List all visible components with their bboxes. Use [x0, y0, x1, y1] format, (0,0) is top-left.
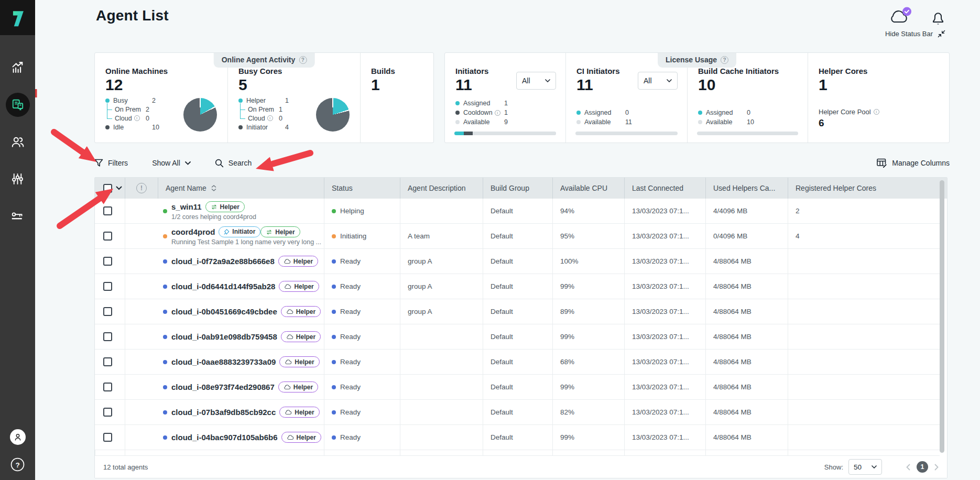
cloud-status-icon[interactable] [888, 6, 913, 26]
chevron-down-icon[interactable] [116, 186, 122, 190]
sidebar-item-settings[interactable] [0, 160, 35, 198]
show-all-dropdown[interactable]: Show All [152, 159, 191, 167]
initiator-initiator-badge: Initiator [219, 226, 260, 237]
initiators-filter-select[interactable]: All [516, 72, 556, 90]
ci-initiators-filter-select[interactable]: All [638, 72, 678, 90]
alerts-column-header[interactable]: ! [125, 178, 158, 199]
online-agent-activity-panel: Online Agent Activity ? Online Machines … [94, 52, 434, 143]
row-checkbox[interactable] [103, 383, 112, 391]
sidebar-item-analytics[interactable] [0, 49, 35, 86]
cell-registered-cores [788, 299, 940, 324]
sidebar-item-licenses[interactable] [0, 198, 35, 235]
row-checkbox[interactable] [103, 332, 112, 341]
chevron-down-icon [872, 465, 877, 468]
legend-row: On Prem 1 [240, 105, 316, 114]
hide-status-bar-button[interactable]: Hide Status Bar [885, 30, 945, 38]
cloud-icon [284, 259, 291, 264]
cloud-helper-badge: Helper [279, 407, 319, 418]
cell-build-group: Default [483, 249, 552, 274]
cloud-icon [286, 309, 293, 314]
table-row[interactable]: cloud_i-04bac907d105ab6b6 Helper Ready D… [95, 425, 940, 450]
search-icon [215, 159, 224, 168]
user-avatar[interactable] [10, 429, 26, 445]
select-all-checkbox[interactable] [103, 184, 112, 193]
cloud-helper-badge: Helper [281, 432, 321, 443]
table-row[interactable]: cloud_i-0aae8883239733a09 Helper Ready D… [95, 350, 940, 375]
section-title: Build Cache Initiators [698, 67, 797, 75]
vertical-scrollbar[interactable] [940, 180, 944, 453]
app-logo[interactable] [0, 0, 35, 35]
cloud-helper-badge: Helper [278, 381, 318, 392]
show-all-label: Show All [152, 159, 180, 167]
legend-row: Initiator 4 [238, 123, 316, 132]
info-icon[interactable]: i [874, 109, 879, 115]
cloud-icon [287, 435, 294, 440]
cell-used-helpers: 4/88064 MB [705, 400, 788, 424]
table-row[interactable]: coord4prod InitiatorHelper Running Test … [95, 224, 940, 249]
notifications-bell-icon[interactable] [931, 9, 945, 26]
agent-status-dot [163, 410, 167, 414]
cell-build-group: Default [483, 274, 552, 299]
total-agents-label: 12 total agents [103, 463, 148, 471]
license-panel-tab-label: License Usage [666, 56, 717, 64]
legend: Assigned 1 Cooldowni 1 Available 9 [455, 99, 547, 127]
info-icon[interactable]: i [134, 115, 140, 121]
table-row[interactable]: cloud_i-0d6441d144f95ab28 Helper Ready g… [95, 274, 940, 299]
select-all-header[interactable] [95, 178, 125, 199]
cloud-icon [284, 385, 291, 390]
previous-page-button[interactable] [906, 464, 910, 471]
table-row[interactable]: cloud_i-0b0451669c49cbdee Helper Ready g… [95, 299, 940, 324]
column-header-last-connected: Last Connected [624, 178, 705, 199]
cell-used-helpers: 0/4096 MB [705, 224, 788, 248]
cloud-helper-badge: Helper [279, 356, 319, 367]
table-row[interactable]: cloud_i-08e973f74ed290867 Helper Ready D… [95, 375, 940, 400]
info-icon[interactable]: i [267, 115, 273, 121]
legend-dot [698, 120, 702, 124]
cloud-icon [285, 359, 292, 365]
row-checkbox[interactable] [103, 206, 112, 215]
initiators-section: Initiators 11 All Assigned 1 Cooldowni [445, 53, 565, 143]
helper-cores-section: Helper Cores 1 Helper Core Pool i 6 [808, 53, 949, 143]
page-number-button[interactable]: 1 [917, 461, 928, 473]
table-row[interactable]: cloud_i-07b3af9db85cb92cc Helper Ready D… [95, 400, 940, 425]
table-toolbar: Filters Show All Search Manage Columns [94, 154, 950, 172]
manage-columns-button[interactable]: Manage Columns [877, 158, 950, 168]
cell-status: Ready [324, 425, 400, 450]
row-checkbox[interactable] [103, 282, 112, 291]
cell-last-connected: 13/03/2023 07:1... [624, 375, 705, 399]
row-checkbox[interactable] [103, 408, 112, 417]
sidebar-item-agents[interactable] [0, 86, 35, 123]
table-row[interactable]: cloud_i-0ab91e098db759458 Helper Ready D… [95, 324, 940, 350]
sidebar-item-users[interactable] [0, 123, 35, 160]
next-page-button[interactable] [934, 464, 939, 471]
info-icon[interactable]: ? [721, 56, 728, 64]
section-value: 10 [698, 77, 797, 93]
row-checkbox[interactable] [103, 433, 112, 442]
sort-icon[interactable] [211, 185, 216, 191]
table-row[interactable]: s_win11 Helper 1/2 cores helping coord4p… [95, 199, 940, 224]
info-icon[interactable]: i [495, 110, 500, 116]
legend-row: Assigned 0 [698, 108, 790, 117]
cell-last-connected: 13/03/2023 07:1... [624, 324, 705, 349]
row-checkbox[interactable] [103, 232, 112, 241]
legend-row: Cooldowni 1 [455, 108, 547, 117]
analytics-icon [10, 60, 25, 74]
search-button[interactable]: Search [215, 159, 252, 168]
cell-build-group: Default [483, 400, 552, 424]
section-title: Busy Cores [238, 67, 350, 75]
filters-button[interactable]: Filters [94, 159, 128, 167]
cell-build-group: Default [483, 324, 552, 349]
section-value: 1 [819, 77, 939, 93]
row-checkbox[interactable] [103, 357, 112, 366]
table-row[interactable]: cloud_i-0f72a9a2e88b666e8 Helper Ready g… [95, 249, 940, 274]
cell-status: Ready [324, 375, 400, 399]
column-header-agent-name[interactable]: Agent Name [158, 178, 324, 199]
row-checkbox[interactable] [103, 307, 112, 316]
sync-helper-badge: Helper [260, 226, 300, 237]
legend-dot [105, 125, 110, 129]
cell-build-group: Default [483, 375, 552, 399]
info-icon[interactable]: ? [299, 56, 307, 64]
row-checkbox[interactable] [103, 257, 112, 266]
help-icon[interactable]: ? [10, 457, 25, 472]
page-size-select[interactable]: 50 [848, 459, 882, 475]
